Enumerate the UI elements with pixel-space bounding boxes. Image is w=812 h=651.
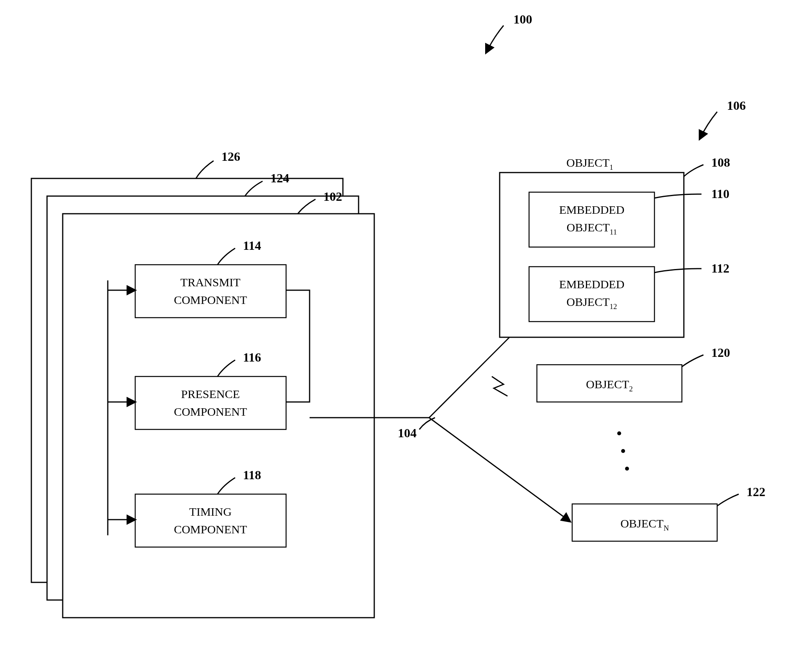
- svg-text:COMPONENT: COMPONENT: [174, 405, 247, 418]
- ref-116-label: 116: [243, 350, 261, 364]
- ref-110-label: 110: [711, 187, 729, 201]
- svg-text:COMPONENT: COMPONENT: [174, 293, 247, 306]
- object-1: OBJECT1 108 EMBEDDED OBJECT11 110 EMBEDD…: [500, 155, 730, 337]
- svg-rect-8: [135, 494, 286, 547]
- svg-point-25: [625, 467, 629, 471]
- ref-122-label: 122: [747, 485, 765, 499]
- ref-118-label: 118: [243, 468, 261, 482]
- ref-126-label: 126: [221, 149, 240, 164]
- svg-text:PRESENCE: PRESENCE: [181, 387, 240, 400]
- svg-text:COMPONENT: COMPONENT: [174, 523, 247, 536]
- wireless-icon: [492, 376, 508, 396]
- ref-104-label: 104: [398, 426, 417, 440]
- ref-102-label: 102: [323, 189, 342, 204]
- ref-100-label: 100: [513, 12, 532, 26]
- figure-ref-100: 100: [486, 12, 532, 53]
- svg-text:OBJECT1: OBJECT1: [566, 156, 613, 171]
- object-n: OBJECTN 122: [572, 485, 765, 541]
- svg-point-24: [621, 449, 625, 453]
- ref-114-label: 114: [243, 238, 261, 253]
- embedded-object-11: [529, 192, 654, 247]
- svg-rect-4: [135, 376, 286, 429]
- ref-106-label: 106: [727, 98, 746, 113]
- svg-text:EMBEDDED: EMBEDDED: [559, 278, 625, 291]
- svg-text:TIMING: TIMING: [189, 505, 232, 518]
- svg-text:EMBEDDED: EMBEDDED: [559, 203, 625, 216]
- embedded-object-12: [529, 267, 654, 322]
- svg-rect-0: [135, 265, 286, 318]
- svg-line-14: [429, 418, 570, 522]
- ref-108-label: 108: [711, 155, 730, 169]
- svg-text:TRANSMIT: TRANSMIT: [180, 276, 240, 289]
- ref-112-label: 112: [711, 261, 729, 275]
- ref-124-label: 124: [270, 171, 289, 185]
- ellipsis-icon: [617, 431, 629, 471]
- group-ref-106: 106: [700, 98, 746, 139]
- ref-120-label: 120: [711, 346, 730, 360]
- object-2: OBJECT2 120: [537, 346, 730, 402]
- svg-point-23: [617, 431, 621, 435]
